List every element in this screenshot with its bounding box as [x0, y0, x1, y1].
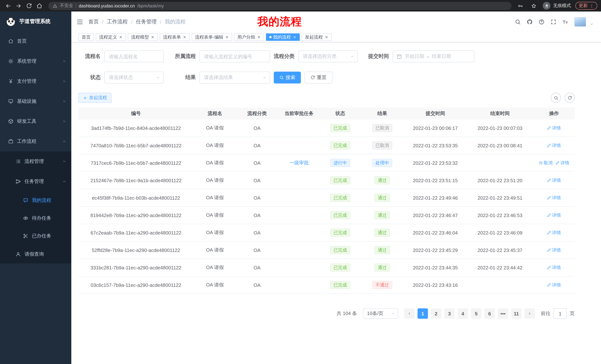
close-icon[interactable]	[325, 35, 328, 39]
detail-action[interactable]: 详情	[547, 195, 561, 201]
close-icon[interactable]	[293, 35, 296, 39]
page-button[interactable]: 4	[458, 308, 468, 319]
detail-action[interactable]: 详情	[547, 230, 561, 236]
reset-button[interactable]: 重置	[305, 72, 332, 84]
create-process-button[interactable]: 发起流程	[78, 93, 111, 103]
cell-name: OA 请假	[193, 125, 236, 131]
close-icon[interactable]	[119, 35, 123, 39]
search-icon[interactable]	[515, 19, 521, 25]
chevron-right-icon	[528, 312, 531, 315]
sidebar-item-label: 支付管理	[17, 78, 36, 85]
sidebar-item-infrastructure[interactable]: 基础设施	[0, 91, 71, 111]
sidebar-item-workflow[interactable]: 工作流程	[0, 131, 71, 151]
submit-time-label: 提交时间	[368, 53, 389, 60]
page-button[interactable]: 6	[484, 308, 495, 319]
bookmark-star-icon[interactable]	[529, 1, 538, 10]
sidebar-item-todo-tasks[interactable]: 待办任务	[0, 209, 71, 227]
detail-action[interactable]: 详情	[547, 177, 561, 183]
sidebar-item-leave-query[interactable]: 请假查询	[0, 245, 71, 263]
cell-id: 331bc281-7b9a-11ec-a290-acde48001122	[78, 265, 193, 270]
reset-button-label: 重置	[317, 74, 327, 81]
close-icon[interactable]	[257, 35, 261, 39]
cell-name: OA 请假	[193, 177, 236, 184]
sidebar-item-my-process[interactable]: 我的流程	[0, 192, 71, 209]
column-header: 操作	[533, 110, 575, 117]
font-size-icon[interactable]	[562, 19, 568, 25]
update-button[interactable]: 更新	[575, 2, 597, 10]
detail-action[interactable]: 详情	[547, 125, 561, 131]
tab-process-form-edit[interactable]: 流程表单-编辑	[192, 33, 232, 41]
breadcrumb-item[interactable]: 任务管理	[136, 19, 157, 25]
tab-my-process[interactable]: 我的流程	[266, 33, 300, 41]
goto-page-input[interactable]	[553, 308, 567, 319]
back-icon[interactable]	[4, 1, 13, 10]
page-button[interactable]: 11	[511, 308, 521, 319]
sidebar-item-system[interactable]: 系统管理	[0, 51, 71, 71]
page-button[interactable]: 1	[418, 308, 428, 319]
github-icon[interactable]	[527, 19, 533, 25]
help-icon[interactable]	[539, 19, 545, 25]
detail-action[interactable]: 详情	[547, 247, 561, 253]
home-browser-icon[interactable]	[35, 1, 44, 10]
refresh-table-button[interactable]	[565, 93, 575, 103]
cell-end-time: 2022-01-22 23:46:53	[467, 212, 533, 218]
fullscreen-icon[interactable]	[551, 19, 556, 25]
forward-icon[interactable]	[14, 1, 23, 10]
status-tag: 已完成	[330, 229, 350, 237]
current-task-link[interactable]: 一级审批	[289, 160, 309, 166]
detail-action[interactable]: 详情	[547, 212, 561, 218]
key-icon[interactable]	[516, 1, 525, 10]
search-button[interactable]: 搜索	[274, 72, 301, 84]
tab-process-model[interactable]: 流程模型	[128, 33, 158, 41]
cancel-action[interactable]: 取消	[539, 160, 552, 166]
parent-process-input[interactable]	[200, 50, 270, 62]
next-page-button[interactable]	[524, 308, 535, 319]
tab-home[interactable]: 首页	[78, 33, 94, 41]
breadcrumb-item[interactable]: 首页	[88, 19, 99, 25]
result-placeholder: 请选择流结果	[204, 74, 233, 81]
avatar[interactable]	[574, 17, 586, 27]
cell-category: OA	[236, 265, 278, 270]
process-name-label: 流程名	[78, 53, 101, 60]
cell-category: OA	[236, 125, 278, 131]
hamburger-icon[interactable]	[77, 19, 83, 25]
detail-action[interactable]: 详情	[555, 160, 569, 166]
sidebar-item-payment[interactable]: 支付管理	[0, 71, 71, 91]
sidebar-item-done-tasks[interactable]: 已办任务	[0, 227, 71, 245]
result-select[interactable]: 请选择流结果	[200, 72, 270, 84]
submit-time-range[interactable]: 开始日期 - 结束日期	[393, 50, 474, 62]
sidebar-item-home[interactable]: 首页	[0, 31, 71, 51]
page-size-select[interactable]: 10条/页	[363, 308, 398, 319]
detail-action[interactable]: 详情	[547, 142, 561, 149]
page-button[interactable]: 5	[471, 308, 481, 319]
avatar-caret-icon[interactable]	[590, 22, 594, 26]
toggle-search-button[interactable]	[551, 93, 561, 103]
page-button[interactable]: 2	[431, 308, 441, 319]
cell-id: 3ad174fb-7b9d-11ec-8404-acde48001122	[78, 125, 193, 131]
cell-category: OA	[236, 212, 278, 218]
close-icon[interactable]	[225, 35, 229, 39]
sidebar-item-devtools[interactable]: 研发工具	[0, 111, 71, 131]
status-select[interactable]: 请选择状态	[104, 72, 164, 84]
more-pages-button[interactable]: •••	[498, 308, 508, 319]
detail-action[interactable]: 详情	[547, 282, 561, 288]
tab-user-group[interactable]: 用户分组	[234, 33, 264, 41]
status-tag: 已完成	[330, 141, 350, 150]
chevron-down-icon	[156, 76, 160, 79]
reload-icon[interactable]	[25, 1, 33, 10]
address-bar[interactable]: 不安全 dashboard.yudao.iocoder.cn/bpm/task/…	[48, 2, 511, 10]
prev-page-button[interactable]	[404, 308, 415, 319]
category-select[interactable]: 请选择流程分类	[298, 50, 358, 62]
breadcrumb-item[interactable]: 工作流程	[107, 19, 128, 25]
close-icon[interactable]	[151, 35, 155, 39]
sidebar-item-task-management[interactable]: 任务管理	[0, 172, 71, 192]
detail-action[interactable]: 详情	[547, 264, 561, 271]
tab-process-definition[interactable]: 流程定义	[96, 33, 126, 41]
close-icon[interactable]	[183, 35, 186, 39]
process-name-input[interactable]	[104, 50, 164, 62]
edit-icon	[547, 213, 551, 217]
sidebar-item-process-management[interactable]: 流程管理	[0, 151, 71, 172]
tab-start-process[interactable]: 发起流程	[302, 33, 332, 41]
tab-process-form[interactable]: 流程表单	[160, 33, 190, 41]
page-button[interactable]: 3	[444, 308, 455, 319]
